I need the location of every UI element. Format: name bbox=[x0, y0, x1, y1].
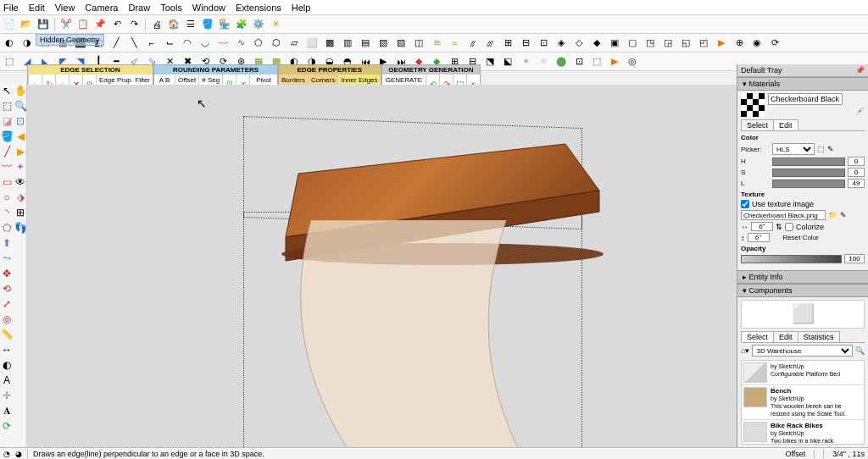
tab-comp-select[interactable]: Select bbox=[741, 331, 774, 342]
line-icon[interactable]: ╱ bbox=[0, 144, 14, 159]
t2-icon[interactable]: ╲ bbox=[126, 36, 142, 51]
h-value[interactable] bbox=[848, 157, 865, 166]
dim-icon[interactable]: ↔ bbox=[0, 342, 14, 357]
rotate-icon[interactable]: ⟲ bbox=[0, 281, 14, 296]
t2-cube-icon[interactable]: ◫ bbox=[411, 36, 426, 51]
axes-icon[interactable]: ✛ bbox=[0, 388, 14, 403]
t2-icon[interactable]: ≈ bbox=[447, 36, 462, 51]
rect-icon[interactable]: ▭ bbox=[0, 174, 14, 190]
3dtext-icon[interactable]: 𝐀 bbox=[0, 403, 14, 418]
t2-icon[interactable]: ⌐ bbox=[144, 36, 159, 51]
sample-icon[interactable]: 💉 bbox=[855, 107, 865, 115]
t2-icon[interactable]: ◠ bbox=[180, 36, 195, 51]
t2-icon[interactable]: ◇ bbox=[571, 36, 587, 51]
scale-icon[interactable]: ⤢ bbox=[0, 296, 14, 312]
follow-icon[interactable]: ⤳ bbox=[0, 251, 14, 266]
walk-icon[interactable]: 👣 bbox=[14, 220, 27, 235]
t2-icon[interactable]: ⫽ bbox=[465, 36, 480, 51]
opacity-value[interactable] bbox=[844, 254, 865, 263]
t2-icon[interactable]: ◉ bbox=[749, 36, 765, 51]
section-icon[interactable]: ⬗ bbox=[14, 190, 27, 205]
warehouse-select[interactable]: 3D Warehouse bbox=[752, 345, 853, 357]
tab-select[interactable]: Select bbox=[741, 119, 774, 130]
tool-model-icon[interactable]: 🏠 bbox=[166, 17, 181, 32]
eraser-icon[interactable]: ◪ bbox=[0, 113, 14, 129]
t2-icon[interactable]: ▱ bbox=[287, 36, 302, 51]
tool-layers-icon[interactable]: ☰ bbox=[183, 17, 198, 32]
position-icon[interactable]: ✦ bbox=[14, 159, 27, 174]
tool-settings-icon[interactable]: ⚙️ bbox=[251, 17, 266, 32]
search-icon[interactable]: 🔍 bbox=[855, 346, 865, 355]
entity-info-header[interactable]: ▸ Entity Info bbox=[737, 270, 868, 284]
use-texture-checkbox[interactable] bbox=[741, 200, 749, 208]
orbit-icon[interactable]: ⟳ bbox=[0, 418, 14, 434]
tool-undo-icon[interactable]: ↶ bbox=[109, 17, 125, 32]
t2-icon[interactable]: ▣ bbox=[607, 36, 622, 51]
pin-icon[interactable]: 📌 bbox=[855, 66, 865, 75]
poly-icon[interactable]: ⬠ bbox=[0, 220, 14, 235]
t3-icon[interactable]: ⬔ bbox=[482, 54, 498, 69]
t2-icon[interactable]: ◐ bbox=[2, 36, 17, 51]
tex-h-input[interactable] bbox=[748, 233, 770, 242]
opacity-slider[interactable] bbox=[741, 255, 842, 263]
menu-window[interactable]: Window bbox=[192, 3, 225, 13]
tool-copy-icon[interactable]: 📋 bbox=[75, 17, 91, 32]
t3-icon[interactable]: ✦ bbox=[518, 54, 533, 69]
menu-help[interactable]: Help bbox=[292, 3, 311, 13]
t2-icon[interactable]: ⊟ bbox=[518, 36, 533, 51]
t3-icon[interactable]: ✧ bbox=[536, 54, 551, 69]
reset-color-button[interactable]: Reset Color bbox=[783, 234, 819, 241]
t2-icon[interactable]: ∿ bbox=[233, 36, 248, 51]
menu-camera[interactable]: Camera bbox=[85, 3, 118, 13]
t2-icon[interactable]: ◡ bbox=[198, 36, 213, 51]
tool-gear-icon[interactable]: ✳ bbox=[268, 17, 283, 32]
h-slider[interactable] bbox=[772, 158, 845, 166]
protractor-icon[interactable]: ◐ bbox=[0, 357, 14, 373]
s-value[interactable] bbox=[848, 168, 865, 177]
t3-icon[interactable]: ⬤ bbox=[554, 54, 569, 69]
menu-tools[interactable]: Tools bbox=[160, 3, 182, 13]
t3-icon[interactable]: ⬚ bbox=[589, 54, 604, 69]
t2-icon[interactable]: ◰ bbox=[696, 36, 711, 51]
next-view-icon[interactable]: ▶ bbox=[14, 144, 27, 159]
eyedrop-icon[interactable]: ✎ bbox=[827, 145, 834, 153]
t2-icon[interactable]: ◳ bbox=[643, 36, 658, 51]
l-value[interactable] bbox=[848, 179, 865, 188]
tool-ext-icon[interactable]: 🧩 bbox=[234, 17, 249, 32]
s-slider[interactable] bbox=[772, 169, 845, 177]
t2-icon[interactable]: ⟳ bbox=[767, 36, 782, 51]
component-item[interactable]: by SketchUpConfigurable Platform Bed bbox=[742, 361, 864, 385]
browse-icon[interactable]: 📁 bbox=[828, 211, 837, 219]
tool-warehouse-icon[interactable]: 🏪 bbox=[217, 17, 232, 32]
edit-tex-icon[interactable]: ✎ bbox=[840, 211, 847, 219]
swap-icon[interactable]: ⬚ bbox=[817, 145, 825, 153]
status-icon[interactable]: ◕ bbox=[15, 450, 22, 458]
t2-cube-icon[interactable]: ▧ bbox=[376, 36, 391, 51]
viewport-3d[interactable]: ↖ bbox=[27, 85, 737, 447]
paint-icon[interactable]: 🪣 bbox=[0, 129, 14, 144]
material-swatch[interactable] bbox=[741, 93, 765, 117]
circle-icon[interactable]: ○ bbox=[0, 190, 14, 205]
menu-edit[interactable]: Edit bbox=[29, 3, 45, 13]
t3-icon[interactable]: ◎ bbox=[625, 54, 640, 69]
menu-file[interactable]: File bbox=[3, 3, 19, 13]
t3-select-icon[interactable]: ⬚ bbox=[2, 54, 17, 69]
prev-view-icon[interactable]: ◀ bbox=[14, 129, 27, 144]
t2-icon[interactable]: ≋ bbox=[429, 36, 444, 51]
tool-paste-icon[interactable]: 📌 bbox=[92, 17, 108, 32]
tab-comp-edit[interactable]: Edit bbox=[773, 331, 798, 342]
texture-file-input[interactable] bbox=[741, 210, 826, 220]
menu-extensions[interactable]: Extensions bbox=[236, 3, 281, 13]
tray-title-bar[interactable]: Default Tray 📌 bbox=[737, 64, 868, 77]
t2-icon[interactable]: 〰 bbox=[215, 36, 231, 51]
move-icon[interactable]: ✥ bbox=[0, 266, 14, 281]
freehand-icon[interactable]: 〰 bbox=[0, 159, 14, 174]
t2-icon[interactable]: ▢ bbox=[625, 36, 640, 51]
lp-icon[interactable]: ⊞ bbox=[14, 205, 27, 220]
tape-icon[interactable]: 📏 bbox=[0, 327, 14, 342]
t2-cube-icon[interactable]: ▨ bbox=[393, 36, 409, 51]
t2-icon[interactable]: ╱ bbox=[108, 36, 124, 51]
t2-cube-icon[interactable]: ▤ bbox=[358, 36, 373, 51]
menu-view[interactable]: View bbox=[55, 3, 75, 13]
t2-icon[interactable]: ⊡ bbox=[536, 36, 551, 51]
